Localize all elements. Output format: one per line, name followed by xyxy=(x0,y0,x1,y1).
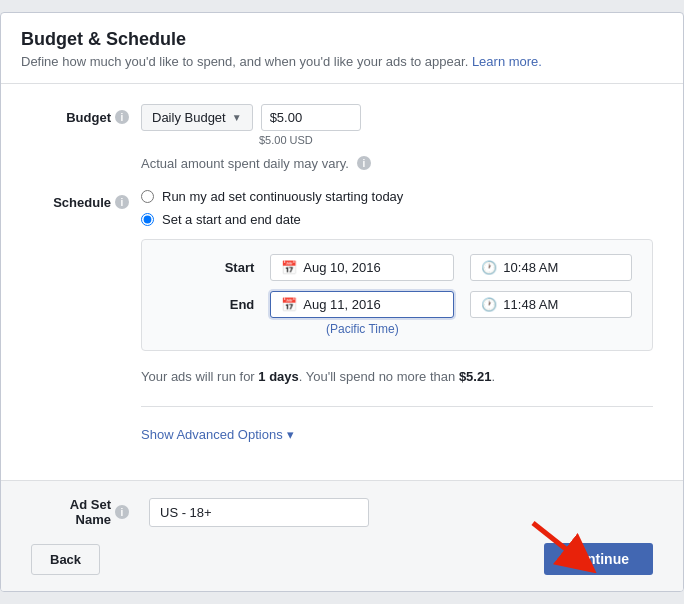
ad-set-row: Ad Set Name i xyxy=(31,497,653,527)
show-advanced-link[interactable]: Show Advanced Options▾ xyxy=(141,427,294,442)
calendar-icon-start: 📅 xyxy=(281,260,297,275)
pacific-time-label: (Pacific Time) xyxy=(270,322,454,336)
schedule-grid: Start 📅 Aug 10, 2016 🕐 10:48 AM End 📅 xyxy=(162,254,632,336)
clock-icon-end: 🕐 xyxy=(481,297,497,312)
vary-info-icon[interactable]: i xyxy=(357,156,371,170)
start-label: Start xyxy=(162,260,254,275)
learn-more-link[interactable]: Learn more. xyxy=(472,54,542,69)
continue-button[interactable]: Continue xyxy=(544,543,653,575)
budget-schedule-panel: Budget & Schedule Define how much you'd … xyxy=(0,12,684,593)
bottom-section: Ad Set Name i Back Continue xyxy=(1,480,683,591)
continue-area: Continue xyxy=(544,543,653,575)
run-summary: Your ads will run for 1 days. You'll spe… xyxy=(141,367,653,387)
schedule-options: Run my ad set continuously starting toda… xyxy=(141,189,653,227)
panel-title: Budget & Schedule xyxy=(21,29,663,50)
schedule-row: Schedule i Run my ad set continuously st… xyxy=(31,189,653,443)
budget-input-row: Daily Budget ▼ xyxy=(141,104,653,131)
schedule-date-box: Start 📅 Aug 10, 2016 🕐 10:48 AM End 📅 xyxy=(141,239,653,351)
budget-row: Budget i Daily Budget ▼ $5.00 USD Actual… xyxy=(31,104,653,171)
back-button[interactable]: Back xyxy=(31,544,100,575)
ad-set-label: Ad Set Name i xyxy=(31,497,141,527)
schedule-radio-dates[interactable] xyxy=(141,213,154,226)
start-time-field[interactable]: 🕐 10:48 AM xyxy=(470,254,632,281)
budget-content: Daily Budget ▼ $5.00 USD Actual amount s… xyxy=(141,104,653,171)
budget-label: Budget i xyxy=(31,104,141,125)
ad-set-name-input[interactable] xyxy=(149,498,369,527)
ad-set-info-icon[interactable]: i xyxy=(115,505,129,519)
budget-amount-input[interactable] xyxy=(261,104,361,131)
schedule-content: Run my ad set continuously starting toda… xyxy=(141,189,653,443)
schedule-option-continuous[interactable]: Run my ad set continuously starting toda… xyxy=(141,189,653,204)
start-date-field[interactable]: 📅 Aug 10, 2016 xyxy=(270,254,454,281)
vary-note: Actual amount spent daily may vary. i xyxy=(141,156,653,171)
end-date-field[interactable]: 📅 Aug 11, 2016 xyxy=(270,291,454,318)
schedule-label: Schedule i xyxy=(31,189,141,210)
end-time-field[interactable]: 🕐 11:48 AM xyxy=(470,291,632,318)
usd-label: $5.00 USD xyxy=(259,134,653,146)
schedule-info-icon[interactable]: i xyxy=(115,195,129,209)
panel-subtitle: Define how much you'd like to spend, and… xyxy=(21,54,663,69)
schedule-option-dates[interactable]: Set a start and end date xyxy=(141,212,653,227)
schedule-radio-continuous[interactable] xyxy=(141,190,154,203)
budget-info-icon[interactable]: i xyxy=(115,110,129,124)
budget-type-dropdown[interactable]: Daily Budget ▼ xyxy=(141,104,253,131)
clock-icon-start: 🕐 xyxy=(481,260,497,275)
calendar-icon-end: 📅 xyxy=(281,297,297,312)
end-label: End xyxy=(162,297,254,312)
panel-body: Budget i Daily Budget ▼ $5.00 USD Actual… xyxy=(1,84,683,481)
dropdown-caret-icon: ▼ xyxy=(232,112,242,123)
panel-header: Budget & Schedule Define how much you'd … xyxy=(1,13,683,84)
footer-buttons: Back Continue xyxy=(31,543,653,575)
